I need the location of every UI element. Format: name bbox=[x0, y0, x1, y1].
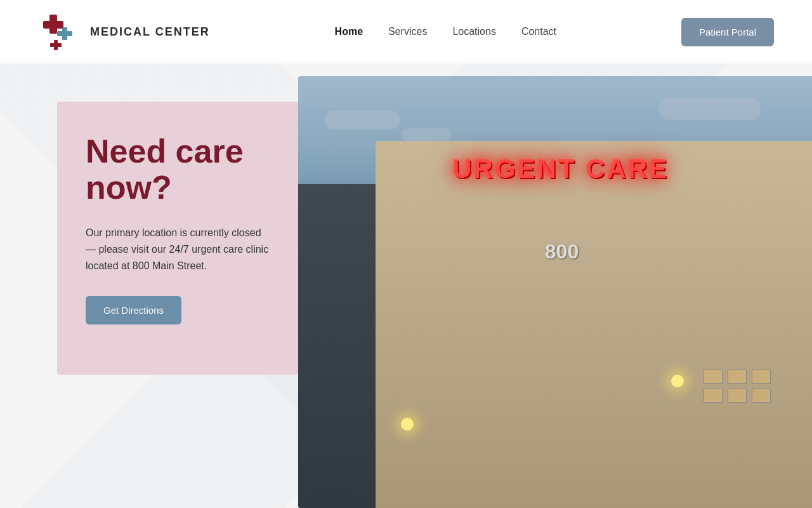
main-nav: Home Services Locations Contact bbox=[335, 26, 556, 37]
window-pane bbox=[728, 389, 747, 403]
window-pane bbox=[704, 370, 723, 384]
nav-home[interactable]: Home bbox=[335, 26, 363, 37]
svg-rect-1 bbox=[43, 21, 63, 29]
main-content: Need care now? Our primary location is c… bbox=[0, 64, 812, 508]
building-light-2 bbox=[401, 418, 414, 431]
get-directions-button[interactable]: Get Directions bbox=[86, 296, 181, 324]
site-header: MEDICAL CENTER Home Services Locations C… bbox=[0, 0, 812, 64]
building-light-1 bbox=[671, 375, 684, 387]
urgent-care-sign: URGENT CARE bbox=[452, 154, 669, 184]
cloud-2 bbox=[401, 128, 452, 141]
window-pane bbox=[704, 389, 723, 403]
cloud-3 bbox=[659, 98, 761, 120]
address-number: 800 bbox=[545, 240, 579, 264]
window-pane bbox=[728, 370, 747, 384]
nav-locations[interactable]: Locations bbox=[452, 26, 496, 37]
window-pane bbox=[752, 389, 771, 403]
nav-contact[interactable]: Contact bbox=[521, 26, 556, 37]
hero-heading: Need care now? bbox=[86, 133, 270, 206]
hero-card: Need care now? Our primary location is c… bbox=[57, 102, 298, 375]
urgent-care-building-image: URGENT CARE 800 bbox=[298, 76, 812, 508]
cloud-1 bbox=[324, 110, 400, 130]
hero-image-panel: URGENT CARE 800 bbox=[298, 76, 812, 508]
patient-portal-button[interactable]: Patient Portal bbox=[681, 18, 774, 46]
hero-description: Our primary location is currently closed… bbox=[86, 225, 270, 274]
hero-left-panel: Need care now? Our primary location is c… bbox=[0, 64, 298, 508]
window-pane bbox=[752, 370, 771, 384]
logo-icon bbox=[38, 10, 82, 54]
nav-services[interactable]: Services bbox=[388, 26, 427, 37]
brand-name: MEDICAL CENTER bbox=[90, 25, 210, 39]
svg-rect-3 bbox=[57, 31, 72, 36]
svg-rect-5 bbox=[50, 43, 62, 47]
logo: MEDICAL CENTER bbox=[38, 10, 210, 54]
building-facade bbox=[376, 141, 813, 508]
window-grid bbox=[704, 370, 771, 422]
